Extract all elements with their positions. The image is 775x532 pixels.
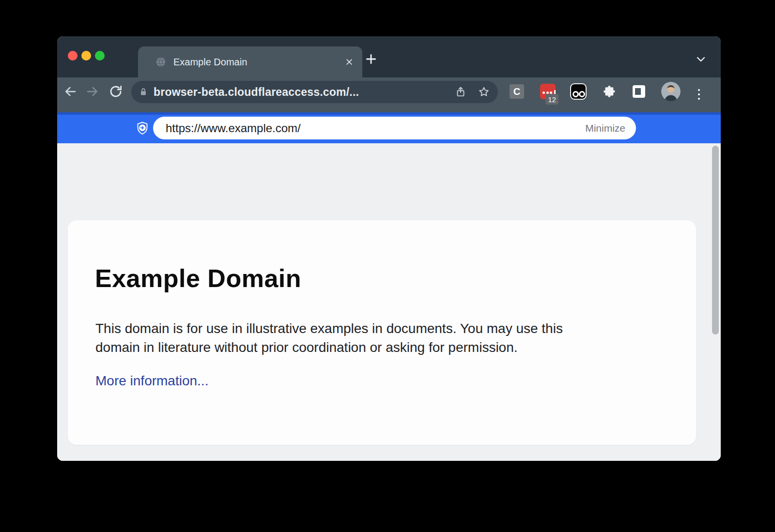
extension-goggles-icon[interactable] — [570, 83, 587, 100]
address-url-text: browser-beta.cloudflareaccess.com/... — [154, 86, 453, 99]
browser-menu-icon[interactable] — [693, 86, 705, 103]
profile-avatar[interactable] — [661, 82, 681, 101]
address-bar[interactable]: browser-beta.cloudflareaccess.com/... — [131, 81, 498, 103]
page-title: Example Domain — [95, 263, 301, 294]
page-paragraph: This domain is for use in illustrative e… — [95, 319, 563, 357]
side-panel-icon[interactable] — [633, 85, 645, 98]
extension-badge: 12 — [545, 94, 558, 105]
isolation-url-input[interactable] — [166, 122, 585, 135]
content-card: Example Domain This domain is for use in… — [68, 220, 696, 445]
page-viewport: Example Domain This domain is for use in… — [57, 143, 721, 461]
new-tab-button[interactable] — [363, 51, 379, 67]
browser-window: Example Domain — [57, 36, 721, 461]
globe-favicon-icon — [155, 57, 166, 67]
extensions-puzzle-icon[interactable] — [602, 84, 617, 99]
share-icon[interactable] — [453, 85, 468, 99]
bookmark-star-icon[interactable] — [477, 85, 491, 99]
isolation-bar: Minimize — [57, 112, 721, 143]
lock-icon — [138, 87, 149, 97]
isolation-bar-edge — [57, 112, 721, 115]
tab-strip: Example Domain — [57, 36, 721, 77]
more-information-link[interactable]: More information... — [95, 373, 208, 389]
scrollbar-thumb[interactable] — [712, 146, 719, 334]
minimize-window-button[interactable] — [81, 51, 91, 61]
browser-toolbar: browser-beta.cloudflareaccess.com/... C … — [57, 77, 721, 112]
chevron-down-icon[interactable] — [693, 53, 709, 65]
minimize-button[interactable]: Minimize — [585, 122, 625, 134]
tab-close-icon[interactable] — [345, 58, 354, 66]
zoom-window-button[interactable] — [95, 51, 105, 61]
paragraph-line-2: domain in literature without prior coord… — [95, 338, 563, 357]
tab-example-domain[interactable]: Example Domain — [138, 46, 362, 77]
paragraph-line-1: This domain is for use in illustrative e… — [95, 319, 563, 338]
extension-red-dots-icon[interactable]: 12 — [540, 84, 556, 99]
isolation-url-pill: Minimize — [153, 117, 636, 139]
back-button[interactable] — [62, 84, 78, 99]
extension-c-icon[interactable]: C — [510, 84, 524, 99]
reload-button[interactable] — [108, 84, 124, 99]
close-window-button[interactable] — [68, 51, 78, 61]
forward-button[interactable] — [85, 84, 100, 99]
shield-arrow-icon[interactable] — [136, 122, 149, 135]
tab-title: Example Domain — [173, 57, 345, 68]
